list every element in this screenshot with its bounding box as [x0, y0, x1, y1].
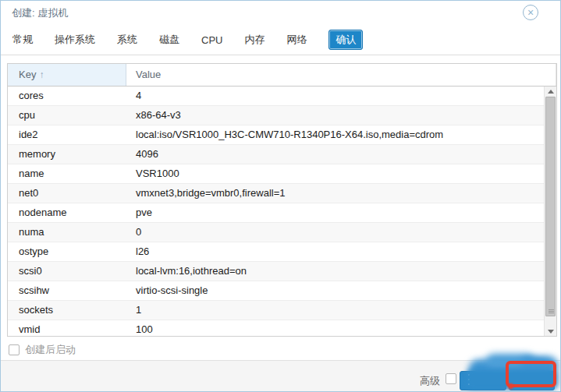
scrollbar-thumb[interactable]	[545, 97, 556, 316]
column-header-value[interactable]: Value	[126, 64, 556, 86]
wizard-tabs: 常规 操作系统 系统 磁盘 CPU 内存 网络 确认	[12, 30, 363, 49]
tab-cpu[interactable]: CPU	[201, 34, 222, 46]
confirm-settings-grid: Key↑ Value cores4 cpux86-64-v3 ide2local…	[7, 63, 557, 337]
tab-memory[interactable]: 内存	[244, 33, 265, 47]
table-row[interactable]: cpux86-64-v3	[8, 106, 544, 125]
table-row[interactable]: net0vmxnet3,bridge=vmbr0,firewall=1	[8, 184, 544, 203]
tab-os[interactable]: 操作系统	[55, 33, 95, 47]
advanced-label: 高级	[420, 374, 440, 388]
tab-network[interactable]: 网络	[286, 33, 307, 47]
table-row[interactable]: numa0	[8, 223, 544, 242]
back-button[interactable]	[460, 371, 506, 390]
table-row[interactable]: scsihwvirtio-scsi-single	[8, 281, 544, 301]
grid-header: Key↑ Value	[8, 64, 556, 87]
sort-asc-icon: ↑	[39, 69, 44, 80]
start-after-create-checkbox[interactable]	[9, 344, 20, 355]
grid-scrollbar[interactable]	[544, 87, 556, 337]
table-row[interactable]: cores4	[8, 87, 544, 106]
advanced-checkbox[interactable]	[446, 373, 456, 384]
finish-button[interactable]	[509, 371, 555, 390]
table-row[interactable]: scsi0local-lvm:16,iothread=on	[8, 262, 544, 281]
tabbar-divider	[1, 55, 561, 55]
tab-general[interactable]: 常规	[12, 33, 33, 47]
close-icon[interactable]: ×	[523, 5, 538, 20]
scroll-down-icon[interactable]	[548, 330, 554, 334]
button-text-remnant-dots	[468, 374, 470, 388]
table-row[interactable]: ostypel26	[8, 242, 544, 262]
start-after-create-label: 创建后启动	[25, 343, 76, 357]
start-after-create-option[interactable]: 创建后启动	[9, 343, 76, 357]
column-header-key[interactable]: Key↑	[8, 64, 126, 86]
dialog-title: 创建: 虚拟机	[12, 6, 68, 20]
tab-disks[interactable]: 磁盘	[159, 33, 179, 47]
scrollbar-grip	[549, 309, 554, 313]
create-vm-dialog: 创建: 虚拟机 × 常规 操作系统 系统 磁盘 CPU 内存 网络 确认 Key…	[0, 0, 561, 392]
grid-body: cores4 cpux86-64-v3 ide2local:iso/VSR100…	[8, 87, 544, 337]
table-row[interactable]: memory4096	[8, 145, 544, 164]
scroll-up-icon[interactable]	[548, 90, 554, 94]
table-row[interactable]: nodenamepve	[8, 203, 544, 223]
tab-confirm[interactable]: 确认	[328, 30, 363, 50]
table-row[interactable]: nameVSR1000	[8, 164, 544, 184]
table-row[interactable]: sockets1	[8, 301, 544, 320]
table-row[interactable]: vmid100	[8, 320, 544, 337]
tab-system[interactable]: 系统	[117, 33, 137, 47]
table-row[interactable]: ide2local:iso/VSR1000_H3C-CMW710-R1340P1…	[8, 125, 544, 145]
